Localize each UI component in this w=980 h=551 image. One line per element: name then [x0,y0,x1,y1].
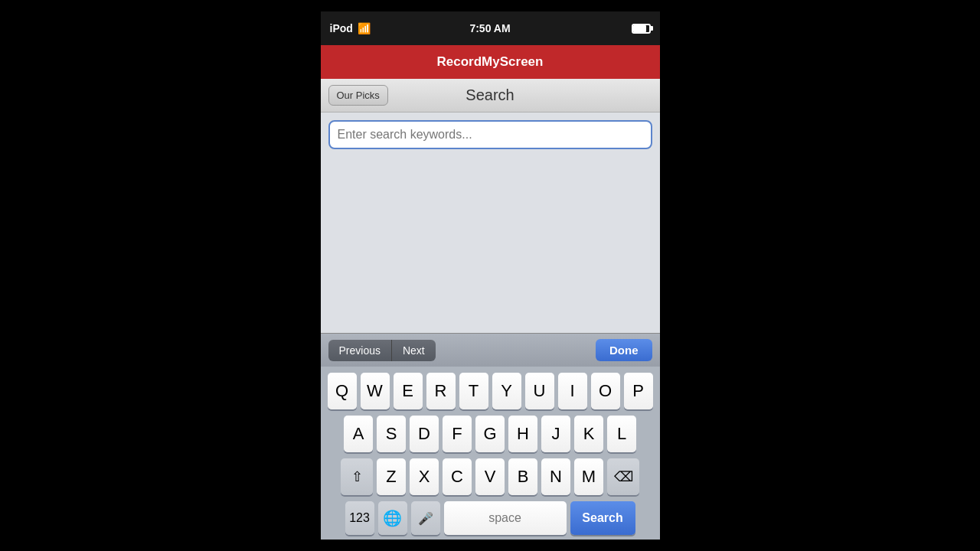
key-c[interactable]: C [443,458,472,495]
key-row-2: A S D F G H J K L [323,416,658,452]
battery-icon [632,24,651,34]
status-time: 7:50 AM [469,22,510,34]
search-input-area [321,112,660,157]
wifi-icon: 📶 [358,22,371,34]
key-s[interactable]: S [377,416,406,452]
done-button[interactable]: Done [596,339,652,361]
key-g[interactable]: G [475,416,505,452]
search-key[interactable]: Search [570,501,635,535]
key-e[interactable]: E [394,373,423,409]
key-r[interactable]: R [426,373,456,409]
keyboard: Q W E R T Y U I O P A S D F G H J K L ⇧ … [321,367,660,540]
battery-container [632,24,651,34]
page-title: Search [466,86,514,104]
key-row-1: Q W E R T Y U I O P [323,373,658,409]
key-x[interactable]: X [410,458,439,495]
content-area [321,157,660,333]
key-b[interactable]: B [508,458,537,495]
title-bar: RecordMyScreen [321,45,660,79]
key-j[interactable]: J [541,416,570,452]
key-u[interactable]: U [525,373,554,409]
shift-key[interactable]: ⇧ [341,458,373,495]
next-button[interactable]: Next [392,340,436,361]
app-title: RecordMyScreen [437,54,544,70]
key-f[interactable]: F [443,416,472,452]
search-input[interactable] [328,120,652,149]
space-key[interactable]: space [444,501,567,535]
key-v[interactable]: V [475,458,505,495]
key-row-bottom: 123 🌐 🎤 space Search [323,501,658,535]
key-w[interactable]: W [361,373,390,409]
key-z[interactable]: Z [377,458,406,495]
phone-frame: iPod 📶 7:50 AM RecordMyScreen Our Picks … [321,11,660,540]
nav-buttons: Previous Next [328,340,436,361]
microphone-key[interactable]: 🎤 [411,501,440,535]
status-bar: iPod 📶 7:50 AM [321,11,660,45]
globe-key[interactable]: 🌐 [378,501,407,535]
key-d[interactable]: D [410,416,439,452]
key-y[interactable]: Y [492,373,521,409]
key-h[interactable]: H [508,416,537,452]
key-o[interactable]: O [591,373,620,409]
delete-key[interactable]: ⌫ [607,458,639,495]
key-q[interactable]: Q [328,373,357,409]
key-k[interactable]: K [574,416,603,452]
numbers-key[interactable]: 123 [345,501,374,535]
key-n[interactable]: N [541,458,570,495]
key-row-3: ⇧ Z X C V B N M ⌫ [323,458,658,495]
device-label: iPod [330,22,353,34]
key-l[interactable]: L [607,416,636,452]
key-p[interactable]: P [624,373,653,409]
key-m[interactable]: M [574,458,603,495]
nav-bar: Our Picks Search [321,79,660,112]
key-i[interactable]: I [558,373,587,409]
previous-button[interactable]: Previous [328,340,392,361]
status-left: iPod 📶 [330,22,371,34]
battery-fill [633,25,647,32]
keyboard-toolbar: Previous Next Done [321,333,660,367]
key-t[interactable]: T [459,373,488,409]
key-a[interactable]: A [344,416,373,452]
our-picks-button[interactable]: Our Picks [328,85,388,106]
